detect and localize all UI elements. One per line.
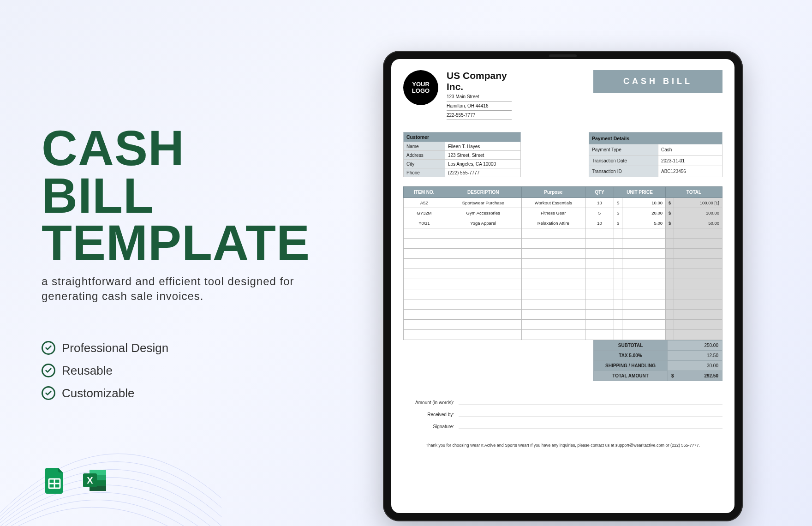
footer-note: Thank you for choosing Wear It Active an…	[403, 443, 722, 448]
cell-currency: $	[614, 218, 622, 228]
feature-label: Reusable	[62, 364, 113, 378]
cell-currency: $	[614, 208, 622, 218]
title-line-2: TEMPLATE	[42, 215, 310, 270]
hero-section: CASH BILL TEMPLATE a straightforward and…	[42, 125, 300, 409]
amount-words-line	[459, 400, 722, 405]
customer-header: Customer	[404, 132, 521, 142]
table-row: A5ZSportswear PurchaseWorkout Essentials…	[404, 198, 722, 208]
company-info: US Company Inc. 123 Main Street Hamilton…	[447, 70, 512, 120]
table-row: .	[404, 239, 722, 249]
th-qty: QTY	[585, 187, 614, 198]
company-name: US Company Inc.	[447, 70, 512, 92]
table-row: .	[404, 279, 722, 289]
page-subtitle: a straightforward and efficient tool des…	[42, 274, 300, 304]
cell-unit-price: 20.00	[622, 208, 666, 218]
subtotal-value: 250.00	[678, 341, 722, 351]
cell-total: 100.00	[674, 208, 722, 218]
pay-id-label: Transaction ID	[589, 166, 658, 177]
cell-currency: $	[666, 198, 674, 208]
logo-text: LOGO	[412, 88, 430, 94]
feature-item: Customizable	[42, 386, 300, 400]
feature-item: Professional Design	[42, 341, 300, 355]
feature-list: Professional Design Reusable Customizabl…	[42, 341, 300, 400]
th-total: TOTAL	[666, 187, 722, 198]
amount-words-label: Amount (in words):	[403, 400, 454, 405]
cell-item-no: Y0G1	[404, 218, 445, 228]
signature-label: Signature:	[403, 424, 454, 429]
table-row: .	[404, 289, 722, 299]
feature-label: Professional Design	[62, 341, 168, 355]
company-city: Hamilton, OH 44416	[447, 102, 512, 111]
cell-currency: $	[614, 198, 622, 208]
cell-purpose: Workout Essentials	[521, 198, 585, 208]
cust-city: Los Angeles, CA 10000	[445, 160, 521, 168]
feature-item: Reusable	[42, 364, 300, 378]
pay-type: Cash	[658, 144, 722, 155]
th-item-no: ITEM NO.	[404, 187, 445, 198]
table-row: .	[404, 310, 722, 320]
tax-label: TAX 5.00%	[594, 351, 668, 361]
table-row: .	[404, 259, 722, 269]
page-title: CASH BILL TEMPLATE	[42, 125, 300, 267]
th-purpose: Purpose	[521, 187, 585, 198]
cell-desc: Yoga Apparel	[445, 218, 521, 228]
company-phone: 222-555-7777	[447, 111, 512, 120]
cell-total: 100.00 [1]	[674, 198, 722, 208]
cell-purpose: Fitness Gear	[521, 208, 585, 218]
cust-name: Eileen T. Hayes	[445, 142, 521, 151]
signature-line	[459, 424, 722, 429]
tablet-frame: YOUR LOGO US Company Inc. 123 Main Stree…	[383, 51, 743, 521]
cust-city-label: City	[404, 160, 445, 168]
title-line-1: CASH BILL	[42, 120, 185, 223]
cell-currency: $	[666, 218, 674, 228]
cust-phone: (222) 555-7777	[445, 168, 521, 177]
check-icon	[42, 341, 55, 355]
total-value: 292.50	[678, 371, 722, 381]
pay-id: ABC123456	[658, 166, 722, 177]
tax-value: 12.50	[678, 351, 722, 361]
app-icons-row: X	[42, 467, 108, 494]
cell-unit-price: 5.00	[622, 218, 666, 228]
table-row: Y0G1Yoga ApparelRelaxation Attire10$5.00…	[404, 218, 722, 228]
payment-header: Payment Details	[589, 132, 722, 144]
th-unit-price: UNIT PRICE	[614, 187, 666, 198]
table-row: .	[404, 249, 722, 259]
document-screen: YOUR LOGO US Company Inc. 123 Main Stree…	[391, 59, 734, 513]
cell-qty: 10	[585, 218, 614, 228]
shipping-label: SHIPPING / HANDLING	[594, 361, 668, 371]
customer-table: Customer NameEileen T. Hayes Address123 …	[403, 132, 521, 177]
cell-desc: Gym Accessories	[445, 208, 521, 218]
cell-qty: 5	[585, 208, 614, 218]
received-by-label: Received by:	[403, 412, 454, 417]
cell-item-no: A5Z	[404, 198, 445, 208]
signature-section: Amount (in words): Received by: Signatur…	[403, 400, 722, 429]
table-row: GY32MGym AccessoriesFitness Gear5$20.00$…	[404, 208, 722, 218]
excel-icon: X	[81, 467, 108, 494]
received-by-line	[459, 412, 722, 417]
cell-currency: $	[666, 208, 674, 218]
svg-text:X: X	[87, 475, 93, 485]
cust-address: 123 Street, Street	[445, 151, 521, 160]
logo-text: YOUR	[412, 81, 430, 88]
total-label: TOTAL AMOUNT	[594, 371, 668, 381]
cell-desc: Sportswear Purchase	[445, 198, 521, 208]
feature-label: Customizable	[62, 386, 135, 400]
cash-bill-banner: CASH BILL	[593, 70, 722, 93]
payment-table: Payment Details Payment TypeCash Transac…	[589, 132, 722, 177]
table-row: .	[404, 320, 722, 330]
cust-name-label: Name	[404, 142, 445, 151]
company-street: 123 Main Street	[447, 92, 512, 102]
cell-item-no: GY32M	[404, 208, 445, 218]
google-sheets-icon	[42, 467, 68, 494]
shipping-value: 30.00	[678, 361, 722, 371]
th-description: DESCRIPTION	[445, 187, 521, 198]
subtotal-label: SUBTOTAL	[594, 341, 668, 351]
company-logo: YOUR LOGO	[403, 70, 438, 105]
table-row: .	[404, 330, 722, 340]
cell-purpose: Relaxation Attire	[521, 218, 585, 228]
table-row: .	[404, 269, 722, 279]
summary-table: SUBTOTAL250.00 TAX 5.00%12.50 SHIPPING /…	[593, 340, 722, 381]
cust-phone-label: Phone	[404, 168, 445, 177]
cell-total: 50.00	[674, 218, 722, 228]
info-tables-row: Customer NameEileen T. Hayes Address123 …	[403, 132, 722, 177]
